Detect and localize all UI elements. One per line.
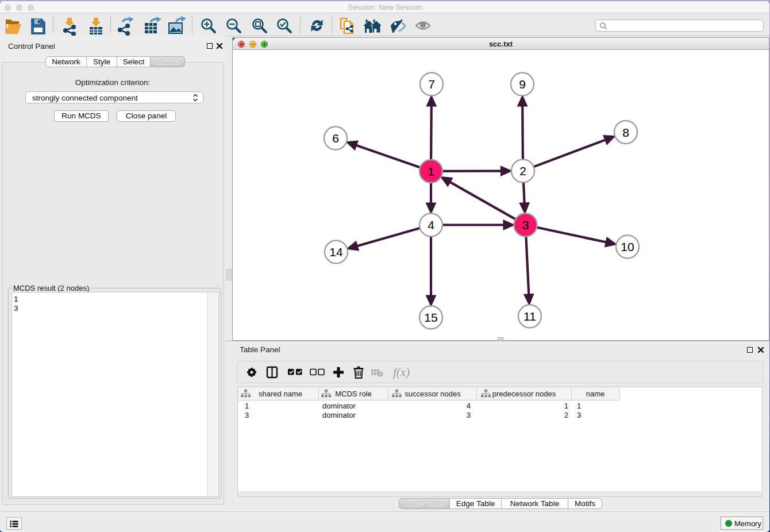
svg-text:shared name: shared name [259,390,302,398]
svg-text:8: 8 [622,126,629,139]
svg-text:predecessor nodes: predecessor nodes [492,390,556,398]
svg-text:11: 11 [523,310,536,323]
svg-text:15: 15 [424,311,437,324]
svg-text:successor nodes: successor nodes [405,390,461,398]
svg-text:7: 7 [428,78,435,91]
svg-text:4: 4 [428,218,434,232]
svg-text:f(x): f(x) [393,365,410,379]
svg-text:14: 14 [329,245,343,259]
svg-text:3: 3 [522,218,529,232]
svg-text:MCDS role: MCDS role [335,390,372,398]
svg-text:1: 1 [428,165,434,178]
svg-text:9: 9 [519,78,526,91]
svg-text:6: 6 [332,132,339,145]
svg-text:10: 10 [621,240,634,253]
svg-text:name: name [586,390,605,398]
svg-text:2: 2 [519,164,526,178]
